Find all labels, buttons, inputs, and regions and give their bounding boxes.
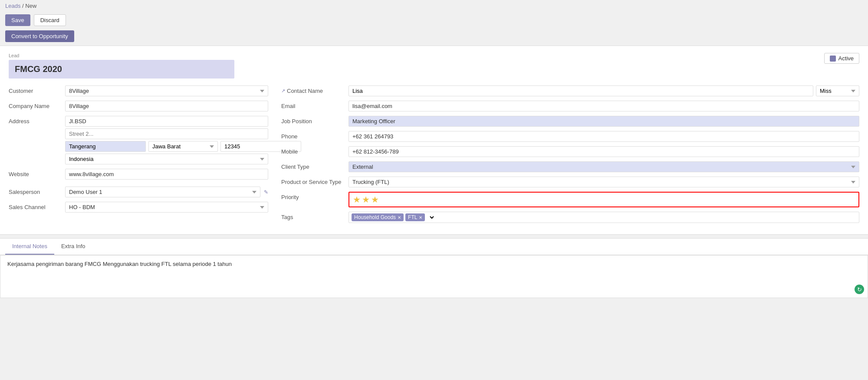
- product-service-select[interactable]: Trucking (FTL): [349, 177, 859, 187]
- customer-label: Customer: [9, 85, 65, 94]
- sales-channel-label: Sales Channel: [9, 202, 65, 210]
- street1-input[interactable]: [65, 116, 268, 127]
- save-button[interactable]: Save: [5, 14, 30, 26]
- status-icon: [830, 56, 836, 62]
- phone-field-row: Phone: [281, 131, 859, 142]
- phone-label: Phone: [281, 131, 349, 140]
- status-badge[interactable]: Active: [824, 53, 859, 64]
- priority-star-3[interactable]: ★: [371, 194, 379, 205]
- notes-textarea[interactable]: [7, 261, 861, 291]
- tags-dropdown[interactable]: [427, 214, 435, 221]
- toolbar: Save Discard: [0, 12, 868, 29]
- address-label: Address: [9, 116, 65, 124]
- tab-content-internal-notes: ↻: [0, 255, 868, 298]
- mobile-input[interactable]: [349, 146, 859, 157]
- tags-label: Tags: [281, 212, 349, 220]
- refresh-icon[interactable]: ↻: [855, 285, 864, 294]
- sales-channel-select[interactable]: HO - BDM: [65, 202, 268, 213]
- form-container: Lead Active Customer 8Village Company Na…: [0, 46, 868, 235]
- contact-name-row: Miss: [349, 85, 859, 96]
- lead-label: Lead: [9, 53, 234, 58]
- contact-name-field-row: ↗ Contact Name Miss: [281, 85, 859, 96]
- website-field-row: Website: [9, 169, 268, 180]
- tabs-section: Internal Notes Extra Info ↻: [0, 238, 868, 298]
- contact-name-external-link-icon[interactable]: ↗: [281, 88, 285, 94]
- status-label: Active: [838, 55, 854, 62]
- priority-star-1[interactable]: ★: [353, 194, 361, 205]
- convert-to-opportunity-button[interactable]: Convert to Opportunity: [5, 30, 74, 42]
- tab-extra-info[interactable]: Extra Info: [54, 239, 92, 255]
- salesperson-row: Demo User 1 ✎: [65, 187, 268, 197]
- contact-name-label: ↗ Contact Name: [281, 85, 349, 94]
- product-service-field-row: Product or Service Type Trucking (FTL): [281, 177, 859, 187]
- tabs-header: Internal Notes Extra Info: [0, 239, 868, 255]
- city-state-zip: Jawa Barat: [65, 141, 268, 152]
- address-group: Jawa Barat Indonesia: [65, 116, 268, 164]
- priority-stars: ★ ★ ★: [353, 194, 855, 205]
- email-label: Email: [281, 101, 349, 109]
- contact-title-select[interactable]: Miss: [816, 85, 859, 96]
- job-position-label: Job Position: [281, 116, 349, 124]
- salesperson-select[interactable]: Demo User 1: [65, 187, 260, 197]
- tags-container[interactable]: Household Goods ✕ FTL ✕: [349, 212, 859, 223]
- salesperson-label: Salesperson: [9, 187, 65, 195]
- street2-input[interactable]: [65, 128, 268, 139]
- company-name-label: Company Name: [9, 101, 65, 109]
- action-bar: Convert to Opportunity: [0, 29, 868, 46]
- breadcrumb-separator: /: [22, 3, 24, 9]
- breadcrumb-current: New: [25, 3, 36, 9]
- job-position-input[interactable]: [349, 116, 859, 127]
- breadcrumb-leads[interactable]: Leads: [5, 3, 20, 9]
- left-column: Customer 8Village Company Name Address: [9, 85, 268, 227]
- breadcrumb: Leads / New: [0, 0, 868, 12]
- right-column: ↗ Contact Name Miss Email Job Position: [281, 85, 859, 227]
- product-service-label: Product or Service Type: [281, 177, 349, 185]
- email-field-row: Email: [281, 101, 859, 111]
- mobile-field-row: Mobile: [281, 146, 859, 157]
- tag-household-goods-label: Household Goods: [354, 214, 396, 220]
- salesperson-edit-icon[interactable]: ✎: [264, 189, 268, 195]
- tag-ftl-close[interactable]: ✕: [419, 215, 422, 220]
- tag-household-goods-close[interactable]: ✕: [398, 215, 401, 220]
- website-label: Website: [9, 169, 65, 177]
- discard-button[interactable]: Discard: [34, 14, 66, 26]
- priority-star-2[interactable]: ★: [362, 194, 370, 205]
- email-input[interactable]: [349, 101, 859, 111]
- website-input[interactable]: [65, 169, 268, 180]
- country-select[interactable]: Indonesia: [65, 154, 268, 164]
- state-select[interactable]: Jawa Barat: [148, 141, 218, 152]
- tags-field-row: Tags Household Goods ✕ FTL ✕: [281, 212, 859, 223]
- mobile-label: Mobile: [281, 146, 349, 155]
- tag-household-goods: Household Goods ✕: [352, 213, 404, 221]
- salesperson-field-row: Salesperson Demo User 1 ✎: [9, 187, 268, 197]
- contact-first-name-input[interactable]: [349, 85, 813, 96]
- priority-label: Priority: [281, 192, 349, 200]
- client-type-label: Client Type: [281, 161, 349, 170]
- tag-ftl-label: FTL: [408, 214, 417, 220]
- lead-title-input[interactable]: [9, 60, 234, 79]
- company-name-field-row: Company Name: [9, 101, 268, 111]
- client-type-select[interactable]: External: [349, 161, 859, 172]
- priority-box: ★ ★ ★: [349, 192, 859, 207]
- client-type-field-row: Client Type External: [281, 161, 859, 172]
- customer-field-row: Customer 8Village: [9, 85, 268, 96]
- company-name-input[interactable]: [65, 101, 268, 111]
- priority-field-row: Priority ★ ★ ★: [281, 192, 859, 207]
- phone-input[interactable]: [349, 131, 859, 142]
- tag-ftl: FTL ✕: [405, 213, 425, 221]
- address-field-row: Address Jawa Barat Indonesia: [9, 116, 268, 164]
- tab-internal-notes[interactable]: Internal Notes: [5, 239, 54, 255]
- customer-select[interactable]: 8Village: [65, 85, 268, 96]
- sales-channel-field-row: Sales Channel HO - BDM: [9, 202, 268, 213]
- city-input[interactable]: [65, 141, 146, 152]
- job-position-field-row: Job Position: [281, 116, 859, 127]
